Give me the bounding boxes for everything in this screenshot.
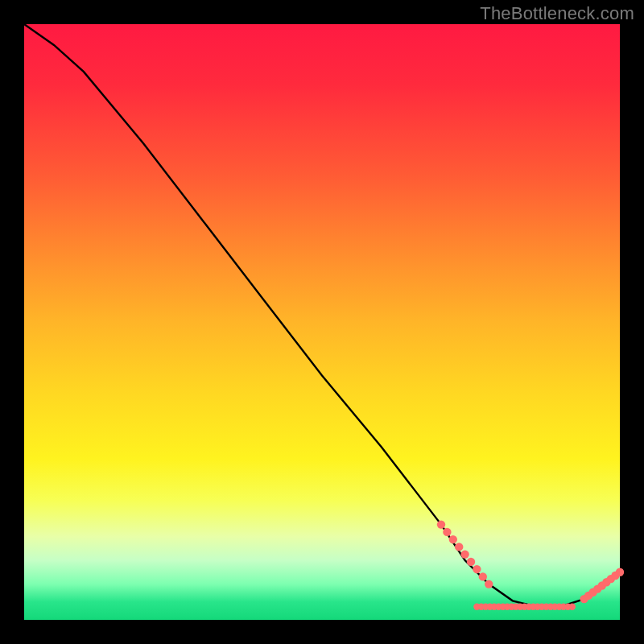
annotation-dots [437,520,624,610]
curve-line [24,24,620,607]
annotation-dot [569,604,576,610]
annotation-dot [460,550,469,558]
annotation-dot [485,580,493,588]
annotation-dot [455,543,463,551]
annotation-dot [443,528,451,536]
annotation-dot [473,565,481,573]
annotation-dot [449,535,457,543]
annotation-dot [437,520,445,528]
annotation-dot [616,568,624,576]
attribution-text: TheBottleneck.com [480,3,634,24]
bottleneck-curve [24,24,620,607]
chart-frame: TheBottleneck.com [0,0,644,644]
chart-overlay [24,24,620,620]
annotation-dot [479,572,487,580]
annotation-dot [467,558,475,566]
